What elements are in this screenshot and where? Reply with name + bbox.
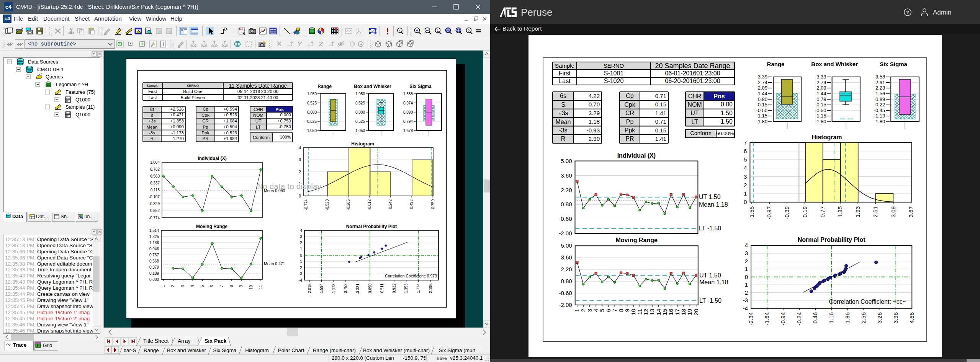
svg-text:-1.80: -1.80	[756, 119, 767, 124]
svg-text:0.79: 0.79	[816, 96, 826, 102]
svg-text:-3s: -3s	[149, 130, 155, 135]
svg-text:LT -1.50: LT -1.50	[699, 225, 721, 232]
svg-text:-4: -4	[298, 278, 302, 282]
svg-text:LT: LT	[691, 119, 698, 125]
svg-text:Histogram: Histogram	[245, 347, 269, 353]
svg-text:2: 2	[300, 240, 302, 245]
svg-text:-0.60: -0.60	[559, 215, 572, 222]
svg-text:-0.331: -0.331	[356, 284, 360, 295]
svg-text:0.000: 0.000	[355, 110, 365, 114]
svg-text:+0.594: +0.594	[224, 124, 237, 129]
svg-text:1: 1	[574, 309, 580, 312]
svg-text:2.09: 2.09	[758, 85, 767, 91]
svg-text:0.77: 0.77	[819, 206, 826, 217]
svg-text:Range (multi-char): Range (multi-char)	[313, 347, 356, 353]
svg-text:5.00: 5.00	[561, 158, 572, 164]
svg-text:Box and Whisker (multi-char): Box and Whisker (multi-char)	[363, 347, 430, 353]
svg-text:0.496: 0.496	[409, 199, 414, 209]
svg-text:Range: Range	[317, 84, 332, 89]
svg-text:-0.552: -0.552	[149, 209, 160, 213]
svg-text:-0.752: -0.752	[344, 284, 348, 295]
svg-text:4: 4	[300, 228, 302, 233]
svg-text:0.090: 0.090	[403, 110, 413, 114]
svg-text:No data to display: No data to display	[257, 182, 322, 191]
svg-text:+0.523: +0.523	[224, 130, 237, 135]
svg-text:-3: -3	[743, 297, 748, 303]
svg-text:1.18: 1.18	[589, 118, 600, 125]
svg-text:Range: Range	[767, 61, 785, 67]
svg-text:0.15: 0.15	[655, 101, 666, 108]
svg-text:+0.523: +0.523	[224, 113, 237, 117]
svg-text:6s: 6s	[150, 107, 154, 111]
svg-text:-0.750: -0.750	[278, 124, 291, 129]
svg-text:3.60: 3.60	[561, 172, 572, 179]
svg-text:Normal Probability Plot: Normal Probability Plot	[798, 236, 866, 243]
svg-text:5: 5	[200, 285, 205, 287]
svg-text:-0.94: -0.94	[780, 312, 786, 325]
svg-text:S-1001: S-1001	[604, 70, 624, 77]
svg-text:9: 9	[239, 285, 243, 287]
svg-text:0.757: 0.757	[149, 253, 159, 257]
svg-text:+1.353: +1.353	[170, 119, 184, 123]
svg-text:1.AB: 1.AB	[66, 98, 70, 99]
svg-text:0.15: 0.15	[758, 102, 767, 108]
svg-text:60.00%: 60.00%	[716, 130, 734, 136]
svg-text:-0.774: -0.774	[304, 199, 308, 210]
svg-text:Pp: Pp	[203, 125, 208, 129]
svg-text:06-01-201601:23:00: 06-01-201601:23:00	[665, 70, 720, 77]
svg-text:Box and Whisker: Box and Whisker	[811, 61, 858, 67]
svg-text:0: 0	[744, 199, 747, 205]
svg-text:8: 8	[229, 285, 234, 287]
svg-text:NOM: NOM	[687, 101, 702, 108]
svg-text:R: R	[561, 135, 566, 142]
svg-text:-1.173: -1.173	[171, 130, 184, 135]
svg-text:CR: CR	[625, 110, 634, 116]
svg-text:Build One: Build One	[183, 89, 203, 94]
svg-text:Ppk: Ppk	[625, 127, 636, 134]
svg-text:i: i	[162, 42, 164, 47]
svg-text:3.58: 3.58	[875, 74, 885, 80]
svg-text:4.66: 4.66	[908, 312, 915, 323]
svg-text:-0.93: -0.93	[587, 127, 600, 134]
svg-text:Build Eleven: Build Eleven	[181, 95, 205, 100]
svg-text:6: 6	[210, 285, 214, 287]
svg-text:-4: -4	[743, 305, 748, 311]
svg-text:Mean 1.18: Mean 1.18	[699, 279, 728, 285]
svg-text:0: 0	[300, 253, 302, 258]
svg-text:Polar Chart: Polar Chart	[278, 347, 304, 353]
svg-text:UT 1.50: UT 1.50	[699, 272, 721, 279]
svg-text:-2: -2	[298, 265, 302, 270]
svg-text:-0.774: -0.774	[149, 216, 160, 220]
svg-text:20: 20	[693, 309, 699, 315]
svg-text:-1.80: -1.80	[874, 119, 885, 124]
svg-text:-0.012: -0.012	[367, 199, 371, 210]
svg-text:Correlation Coefficient: 0.973: Correlation Coefficient: 0.973	[385, 274, 437, 278]
svg-text:2: 2	[171, 285, 175, 287]
svg-text:s: s	[151, 113, 153, 117]
svg-text:1.86: 1.86	[844, 312, 851, 323]
svg-text:Pos: Pos	[713, 93, 725, 99]
svg-text:6s: 6s	[560, 93, 566, 99]
svg-text:NOM: NOM	[253, 113, 263, 117]
svg-text:Individual (X): Individual (X)	[198, 156, 226, 161]
svg-text:Correlation Coefficient: ~cc~: Correlation Coefficient: ~cc~	[829, 298, 906, 305]
svg-text:-1.64: -1.64	[764, 312, 770, 325]
svg-text:-1.678: -1.678	[402, 129, 413, 133]
svg-text:0.974: 0.974	[403, 101, 413, 105]
svg-text:100%: 100%	[280, 135, 291, 139]
svg-text:9: 9	[624, 309, 630, 312]
svg-text:1.774: 1.774	[416, 284, 420, 293]
svg-text:3.39: 3.39	[758, 74, 767, 80]
svg-text:+0.750: +0.750	[278, 119, 291, 123]
svg-text:3.96: 3.96	[892, 312, 899, 323]
svg-text:11 Samples Date Range: 11 Samples Date Range	[229, 83, 287, 89]
svg-text:Box and Whisker: Box and Whisker	[167, 347, 206, 353]
svg-text:Histogram: Histogram	[351, 141, 374, 147]
svg-text:4.22: 4.22	[589, 93, 600, 99]
svg-text:-0.266: -0.266	[346, 199, 350, 210]
svg-text:0.932: 0.932	[392, 284, 396, 293]
svg-text:2: 2	[744, 182, 747, 188]
svg-text:LT: LT	[256, 125, 261, 129]
svg-text:+0.594: +0.594	[224, 107, 237, 111]
svg-text:z: z	[360, 33, 361, 35]
